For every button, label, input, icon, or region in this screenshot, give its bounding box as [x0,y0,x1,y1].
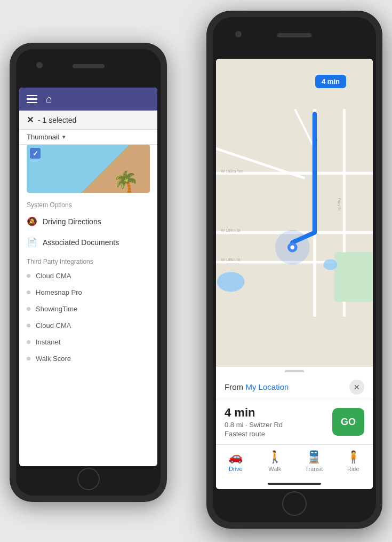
property-thumbnail: 🌴 ✓ [27,145,150,193]
associated-documents-icon: 📄 [27,237,37,247]
close-selection-icon[interactable]: ✕ [27,115,34,125]
phone-back-inner: ⌂ ✕ - 1 selected Thumbnail ▾ 🌴 ✓ System … [16,49,161,496]
bottom-panel: From My Location ✕ 4 min 0.8 mi · Switze… [216,375,373,444]
my-location-link[interactable]: My Location [245,382,289,391]
tp-instanet[interactable]: Instanet [19,334,157,350]
tp-label-1: Cloud CMA [36,272,71,280]
driving-directions-label: Driving Directions [43,217,101,226]
ride-label: Ride [347,466,359,472]
tp-dot-4 [27,324,30,327]
tp-showingtime[interactable]: ShowingTime [19,301,157,317]
transit-label: Transit [305,466,323,472]
phone-front-inner: W 163rd Terr W 164th St W 165th St Parry… [213,17,376,522]
from-label: From [225,382,243,391]
tp-label-3: ShowingTime [36,305,77,313]
chevron-down-icon: ▾ [62,133,66,140]
thumbnail-image: 🌴 [27,145,150,193]
svg-text:W 165th St: W 165th St [221,257,240,262]
drag-handle-bar [285,370,304,372]
app-header: ⌂ [19,88,157,111]
front-camera-front [235,31,242,37]
nav-tab-ride[interactable]: 🧍 Ride [334,448,373,474]
bottom-nav: 🚗 Drive 🚶 Walk 🚆 Transit 🧍 Ride [216,444,373,480]
close-panel-button[interactable]: ✕ [349,380,364,395]
screen-back: ⌂ ✕ - 1 selected Thumbnail ▾ 🌴 ✓ System … [19,88,157,466]
associated-documents-label: Associated Documents [43,238,119,247]
tp-dot-3 [27,307,30,311]
hamburger-button[interactable] [27,95,37,104]
tp-cloud-cma-2[interactable]: Cloud CMA [19,317,157,334]
palm-icon: 🌴 [113,171,139,193]
front-camera-back [36,62,43,68]
route-info-left: 4 min 0.8 mi · Switzer Rd Fastest route [225,406,283,438]
third-party-label: Third Party Integrations [19,253,157,268]
nav-tab-drive[interactable]: 🚗 Drive [216,448,255,474]
thumbnail-label: Thumbnail [27,133,59,141]
home-button-back[interactable] [77,468,100,490]
route-info-row: 4 min 0.8 mi · Switzer Rd Fastest route … [216,399,373,444]
selection-count-text: - 1 selected [38,116,76,124]
svg-text:W 164th St: W 164th St [221,228,240,233]
map-roads-svg: W 163rd Terr W 164th St W 165th St Parry… [216,59,373,367]
tp-label-2: Homesnap Pro [36,288,82,296]
go-button[interactable]: GO [332,408,364,436]
thumbnail-checkbox[interactable]: ✓ [30,148,41,159]
screen-front: W 163rd Terr W 164th St W 165th St Parry… [216,59,373,489]
nav-tab-transit[interactable]: 🚆 Transit [294,448,334,474]
tp-label-4: Cloud CMA [36,321,71,329]
svg-point-19 [291,246,294,249]
home-icon[interactable]: ⌂ [46,93,52,105]
svg-point-15 [324,259,338,270]
tp-walk-score[interactable]: Walk Score [19,350,157,367]
walk-icon: 🚶 [268,450,282,464]
home-bar [216,480,373,489]
driving-directions-item[interactable]: 🔕 Driving Directions [19,211,157,232]
route-distance: 0.8 mi · Switzer Rd [225,421,283,429]
tp-dot-1 [27,274,30,278]
route-type: Fastest route [225,430,283,438]
from-row: From My Location ✕ [216,375,373,399]
tp-homesnap-pro[interactable]: Homesnap Pro [19,284,157,301]
ride-icon: 🧍 [346,450,361,464]
hamburger-line-3 [27,102,37,104]
tp-dot-6 [27,357,30,360]
svg-text:W 163rd Terr: W 163rd Terr [221,169,244,174]
drive-label: Drive [229,466,243,472]
tp-cloud-cma-1[interactable]: Cloud CMA [19,268,157,284]
home-bar-line [268,483,321,485]
drive-icon: 🚗 [228,450,243,464]
transit-icon: 🚆 [307,450,321,464]
map-area[interactable]: W 163rd Terr W 164th St W 165th St Parry… [216,59,373,367]
route-time: 4 min [225,406,283,420]
tp-label-6: Walk Score [36,355,71,363]
hamburger-line-2 [27,98,37,100]
walk-label: Walk [268,466,281,472]
hamburger-line-1 [27,95,37,97]
associated-documents-item[interactable]: 📄 Associated Documents [19,232,157,253]
thumbnail-dropdown-row[interactable]: Thumbnail ▾ [19,130,157,145]
tp-dot-2 [27,290,30,294]
tp-label-5: Instanet [36,338,60,346]
speaker-back [73,64,105,68]
tp-dot-5 [27,340,30,344]
speaker-front [277,33,312,37]
nav-tab-walk[interactable]: 🚶 Walk [255,448,295,474]
selection-bar: ✕ - 1 selected [19,111,157,130]
home-button-front[interactable] [282,491,307,516]
phone-front: W 163rd Terr W 164th St W 165th St Parry… [206,11,382,529]
svg-text:Parry St: Parry St [337,198,341,211]
system-options-label: System Options [19,196,157,211]
from-text-group: From My Location [225,382,289,392]
phone-back: ⌂ ✕ - 1 selected Thumbnail ▾ 🌴 ✓ System … [10,43,167,502]
time-badge: 4 min [315,75,346,88]
driving-directions-icon: 🔕 [27,216,37,226]
drag-handle[interactable] [216,367,373,375]
svg-rect-13 [334,252,373,301]
svg-point-14 [217,272,245,292]
